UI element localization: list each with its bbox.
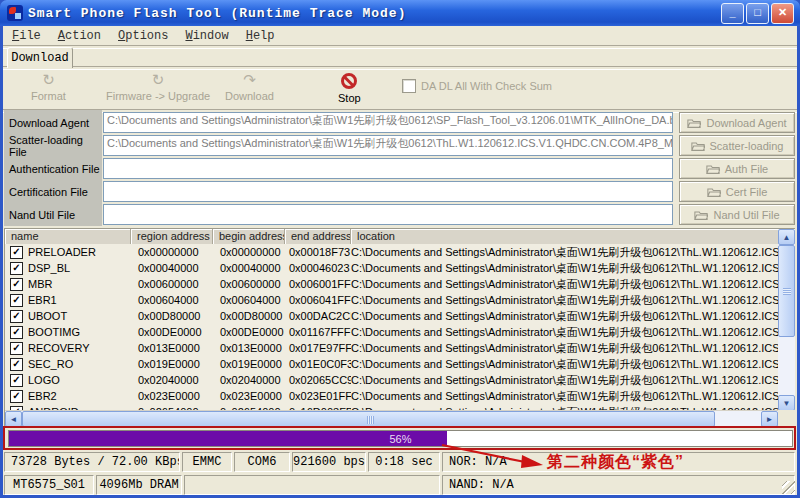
partition-name: LOGO	[28, 374, 60, 386]
progress-bar: 56%	[8, 430, 793, 447]
column-header-region[interactable]: region address	[131, 229, 213, 244]
status-empty-cell	[184, 475, 440, 495]
region-address: 0x00D80000	[131, 310, 213, 322]
table-row[interactable]: ✓MBR0x006000000x006000000x006001FFC:\Doc…	[5, 276, 778, 292]
row-checkbox[interactable]: ✓	[10, 326, 23, 339]
scroll-up-icon[interactable]: ▲	[778, 229, 795, 245]
table-row[interactable]: ✓BOOTIMG0x00DE00000x00DE00000x01167FFFC:…	[5, 324, 778, 340]
da-dl-checkbox[interactable]: DA DL All With Check Sum	[402, 79, 552, 93]
table-row[interactable]: ✓EBR20x023E00000x023E00000x023E01FFC:\Do…	[5, 388, 778, 404]
maximize-button[interactable]: □	[746, 3, 769, 24]
menu-item-file[interactable]: File	[12, 29, 41, 43]
table-row[interactable]: ✓UBOOT0x00D800000x00D800000x00DAC2CFC:\D…	[5, 308, 778, 324]
row-checkbox[interactable]: ✓	[10, 310, 23, 323]
end-address: 0x023E01FF	[285, 390, 351, 402]
begin-address: 0x00D80000	[213, 310, 285, 322]
nand-util-file-input[interactable]	[103, 204, 673, 225]
scroll-left-icon[interactable]: ◄	[5, 411, 22, 427]
curved-arrow-icon: ↷	[243, 73, 256, 87]
begin-address: 0x00600000	[213, 278, 285, 290]
partition-name: EBR2	[28, 390, 57, 402]
format-button[interactable]: ↻ Format	[31, 73, 66, 102]
end-address: 0x00DAC2CF	[285, 310, 351, 322]
authentication-file-label: Authentication File	[9, 158, 101, 179]
download-agent-input[interactable]: C:\Documents and Settings\Administrator\…	[103, 112, 673, 133]
table-row[interactable]: ✓SEC_RO0x019E00000x019E00000x01E0C0F3C:\…	[5, 356, 778, 372]
table-row[interactable]: ✓DSP_BL0x000400000x000400000x00046023C:\…	[5, 260, 778, 276]
table-row[interactable]: ✓RECOVERY0x013E00000x013E00000x017E97FFC…	[5, 340, 778, 356]
column-header-location[interactable]: location	[351, 229, 778, 244]
scrollbar-corner	[778, 410, 795, 427]
row-checkbox[interactable]: ✓	[10, 374, 23, 387]
firmware-upgrade-button[interactable]: ↻ Firmware -> Upgrade	[106, 73, 210, 102]
region-address: 0x019E0000	[131, 358, 213, 370]
row-checkbox[interactable]: ✓	[10, 390, 23, 403]
end-address: 0x006041FF	[285, 294, 351, 306]
toolbar: ↻ Format ↻ Firmware -> Upgrade ↷ Downloa…	[3, 67, 797, 109]
file-location: C:\Documents and Settings\Administrator\…	[351, 389, 778, 404]
table-row[interactable]: ✓LOGO0x020400000x020400000x02065CC9C:\Do…	[5, 372, 778, 388]
region-address: 0x00600000	[131, 278, 213, 290]
row-checkbox[interactable]: ✓	[10, 262, 23, 275]
close-button[interactable]: ✕	[771, 3, 794, 24]
scroll-right-icon[interactable]: ►	[761, 411, 778, 427]
partition-table: name region address begin address end ad…	[4, 228, 795, 426]
row-checkbox[interactable]: ✓	[10, 278, 23, 291]
vertical-scrollbar[interactable]: ▲ ▼	[778, 229, 795, 411]
nand-util-browse-button[interactable]: Nand Util File	[679, 204, 795, 225]
partition-name: RECOVERY	[28, 342, 90, 354]
authentication-file-input[interactable]	[103, 158, 673, 179]
horizontal-scroll-thumb[interactable]	[22, 411, 715, 427]
prohibition-icon	[341, 73, 357, 89]
folder-icon	[691, 140, 705, 152]
begin-address: 0x023E0000	[213, 390, 285, 402]
auth-file-browse-button[interactable]: Auth File	[679, 158, 795, 179]
certification-file-label: Certification File	[9, 181, 101, 202]
minimize-button[interactable]: _	[721, 3, 744, 24]
end-address: 0x00018F73	[285, 246, 351, 258]
status-throughput: 73728 Bytes / 72.00 KBps	[4, 452, 180, 472]
tab-download[interactable]: Download	[7, 47, 73, 68]
refresh-icon: ↻	[152, 73, 165, 87]
nand-util-file-label: Nand Util File	[9, 204, 101, 225]
menu-item-help[interactable]: Help	[246, 29, 275, 43]
column-header-end[interactable]: end address	[285, 229, 351, 244]
end-address: 0x02065CC9	[285, 374, 351, 386]
status-platform: MT6575_S01	[4, 475, 94, 495]
scroll-down-icon[interactable]: ▼	[778, 395, 795, 411]
stop-label: Stop	[338, 92, 361, 104]
column-header-begin[interactable]: begin address	[213, 229, 285, 244]
row-checkbox[interactable]: ✓	[10, 358, 23, 371]
menu-item-action[interactable]: Action	[58, 29, 101, 43]
row-checkbox[interactable]: ✓	[10, 294, 23, 307]
region-address: 0x00DE0000	[131, 326, 213, 338]
cert-file-browse-button[interactable]: Cert File	[679, 181, 795, 202]
download-agent-browse-button[interactable]: Download Agent	[679, 112, 795, 133]
row-checkbox[interactable]: ✓	[10, 246, 23, 259]
refresh-icon: ↻	[42, 73, 55, 87]
resize-grip[interactable]	[782, 481, 795, 494]
vertical-scroll-thumb[interactable]	[778, 245, 795, 337]
annotation-rectangle: 56%	[3, 426, 796, 450]
stop-button[interactable]: Stop	[338, 73, 361, 104]
begin-address: 0x00DE0000	[213, 326, 285, 338]
end-address: 0x00046023	[285, 262, 351, 274]
horizontal-scrollbar[interactable]: ◄ ►	[5, 410, 778, 427]
end-address: 0x01E0C0F3	[285, 358, 351, 370]
end-address: 0x01167FFF	[285, 326, 351, 338]
download-button[interactable]: ↷ Download	[225, 73, 274, 102]
menu-item-options[interactable]: Options	[118, 29, 168, 43]
region-address: 0x013E0000	[131, 342, 213, 354]
scatter-loading-browse-button[interactable]: Scatter-loading	[679, 135, 795, 156]
folder-icon	[706, 163, 720, 175]
file-location: C:\Documents and Settings\Administrator\…	[351, 261, 778, 276]
table-row[interactable]: ✓EBR10x006040000x006040000x006041FFC:\Do…	[5, 292, 778, 308]
file-location: C:\Documents and Settings\Administrator\…	[351, 341, 778, 356]
row-checkbox[interactable]: ✓	[10, 342, 23, 355]
menu-item-window[interactable]: Window	[185, 29, 228, 43]
partition-name: BOOTIMG	[28, 326, 80, 338]
certification-file-input[interactable]	[103, 181, 673, 202]
scatter-loading-input[interactable]: C:\Documents and Settings\Administrator\…	[103, 135, 673, 156]
table-row[interactable]: ✓PRELOADER0x000000000x000000000x00018F73…	[5, 244, 778, 260]
column-header-name[interactable]: name	[5, 229, 131, 244]
